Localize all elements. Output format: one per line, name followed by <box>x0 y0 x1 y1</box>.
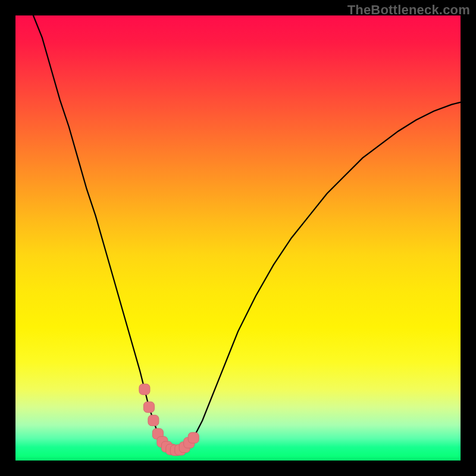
plot-area <box>15 15 461 461</box>
chart-frame: TheBottleneck.com <box>0 0 476 476</box>
chart-svg <box>15 15 461 461</box>
marker-group <box>139 384 199 455</box>
curve-marker <box>143 402 154 412</box>
bottleneck-curve <box>33 15 461 450</box>
curve-marker <box>148 415 159 426</box>
curve-marker <box>139 384 150 394</box>
curve-marker <box>188 433 199 443</box>
attribution-text: TheBottleneck.com <box>347 2 470 18</box>
